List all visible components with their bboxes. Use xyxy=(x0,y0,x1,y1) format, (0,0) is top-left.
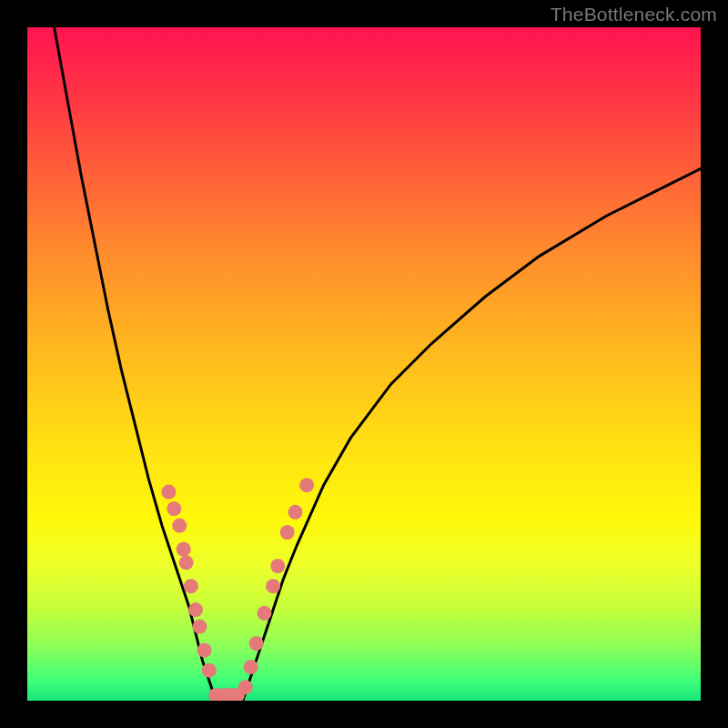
scatter-dot xyxy=(172,519,187,533)
scatter-dot xyxy=(167,501,181,516)
scatter-dot xyxy=(249,636,264,651)
scatter-dot xyxy=(266,579,280,593)
scatter-dot xyxy=(257,606,271,621)
right-curve xyxy=(243,168,701,701)
scatter-dot xyxy=(161,485,176,500)
scatter-dot xyxy=(192,620,207,634)
chart-svg xyxy=(27,27,701,701)
plot-area xyxy=(27,27,701,701)
scatter-dot xyxy=(202,663,217,678)
scatter-dot xyxy=(244,660,258,674)
scatter-dot xyxy=(299,478,314,492)
left-curve xyxy=(55,27,217,701)
scatter-dot xyxy=(197,643,212,658)
scatter-dot xyxy=(270,559,285,573)
scatter-dot xyxy=(177,542,191,557)
scatter-dot xyxy=(179,555,194,570)
watermark-text: TheBottleneck.com xyxy=(551,4,717,25)
scatter-dot xyxy=(280,525,295,540)
scatter-dot xyxy=(188,602,203,617)
right-curve-path xyxy=(243,168,701,701)
scatter-dot xyxy=(184,579,198,593)
scatter-dot xyxy=(288,505,303,520)
left-curve-path xyxy=(55,27,217,701)
chart-frame: TheBottleneck.com xyxy=(0,0,728,728)
scatter-dot xyxy=(238,680,253,694)
